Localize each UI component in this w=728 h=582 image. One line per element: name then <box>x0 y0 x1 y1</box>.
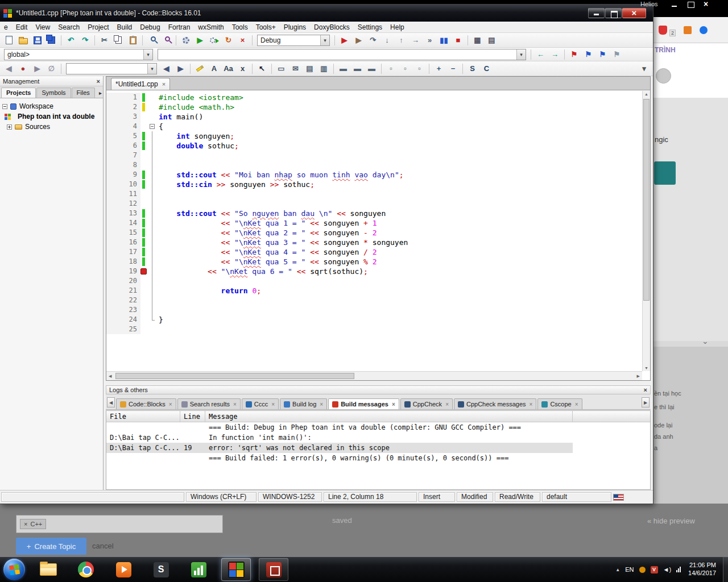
code-line[interactable]: 17 << "\nKet qua 4 = " << songuyen / 2 <box>106 247 642 257</box>
menu-item-fortran[interactable]: Fortran <box>164 22 195 32</box>
line-number[interactable]: 24 <box>106 315 140 325</box>
break-debugger-button[interactable]: ▮▮ <box>437 34 450 47</box>
close-tab-icon[interactable]: × <box>530 401 533 408</box>
thesaurus-button[interactable]: C <box>480 63 493 75</box>
fold-margin[interactable] <box>148 141 157 151</box>
fold-margin[interactable] <box>148 325 157 334</box>
frame-button[interactable]: ▭ <box>275 63 288 75</box>
fold-margin[interactable] <box>148 112 157 122</box>
prev-bookmark-button[interactable]: ⚑ <box>582 48 595 61</box>
log-row[interactable]: D:\Bai tap C-C...In function 'int main()… <box>106 433 650 443</box>
title-bar[interactable]: *Untitled1.cpp [Phep toan int va double]… <box>0 5 653 22</box>
code-text[interactable] <box>157 199 159 209</box>
code-line[interactable]: 10 std::cin >> songuyen >> sothuc; <box>106 180 642 189</box>
line-number[interactable]: 18 <box>106 257 140 267</box>
build-button[interactable] <box>179 34 192 47</box>
chevron-down-icon[interactable]: ▾ <box>516 49 526 60</box>
line-number[interactable]: 13 <box>106 209 140 218</box>
spell-check-button[interactable]: S <box>466 63 479 75</box>
line-number[interactable]: 12 <box>106 199 140 209</box>
fold-margin[interactable] <box>148 189 157 199</box>
logs-tab-cccc[interactable]: Cccc× <box>242 398 279 409</box>
grid-button[interactable]: ▤ <box>303 63 316 75</box>
marker-margin[interactable] <box>140 325 148 334</box>
redo-button[interactable]: ↷ <box>78 34 92 47</box>
goto-prev-button[interactable]: ◀ <box>160 63 173 75</box>
next-call-button[interactable]: ▶ <box>31 63 44 75</box>
debug-info-button[interactable]: ▤ <box>485 34 498 47</box>
code-line[interactable]: 19 << "\nKet qua 6 = " << sqrt(sothuc); <box>106 267 642 276</box>
chevron-down-icon[interactable]: ▾ <box>147 64 156 74</box>
paste-button[interactable] <box>126 34 139 47</box>
menu-item-e[interactable]: e <box>0 22 12 32</box>
code-line[interactable]: 22 <box>106 296 642 305</box>
logs-tab-cppcheck-messages[interactable]: CppCheck messages× <box>454 398 536 409</box>
start-button[interactable] <box>3 559 25 580</box>
toggle-bookmark-button[interactable]: ⚑ <box>568 48 581 61</box>
tree-item-project[interactable]: Phep toan int va double <box>0 111 103 122</box>
code-text[interactable]: #include <math.h> <box>157 102 234 112</box>
marker-margin[interactable] <box>140 131 148 141</box>
code-text[interactable] <box>157 305 159 315</box>
code-text[interactable] <box>157 276 159 286</box>
line-number[interactable]: 15 <box>106 228 140 238</box>
fold-margin[interactable] <box>148 296 157 305</box>
marker-margin[interactable] <box>140 180 148 189</box>
marker-margin[interactable] <box>140 102 148 112</box>
save-button[interactable] <box>31 34 44 47</box>
marker-margin[interactable] <box>140 151 148 160</box>
management-tab-files[interactable]: Files <box>72 88 95 98</box>
log-row[interactable]: === Build: Debug in Phep toan int va dou… <box>106 422 650 433</box>
minimize-button[interactable] <box>588 8 605 18</box>
code-text[interactable] <box>157 160 159 170</box>
run-button[interactable]: ▶ <box>193 34 206 47</box>
menu-item-tools[interactable]: Tools+ <box>252 22 280 32</box>
close-tab-icon[interactable]: × <box>169 401 172 408</box>
fold-margin[interactable] <box>148 267 157 276</box>
code-line[interactable]: 20 <box>106 276 642 286</box>
fold-margin[interactable] <box>148 305 157 315</box>
menu-item-doxyblocks[interactable]: DoxyBlocks <box>310 22 354 32</box>
line-number[interactable]: 17 <box>106 247 140 257</box>
marker-margin[interactable] <box>140 228 148 238</box>
marker-margin[interactable] <box>140 160 148 170</box>
line-number[interactable]: 16 <box>106 238 140 247</box>
show-desktop-button[interactable] <box>723 557 728 582</box>
tree-item-workspace[interactable]: Workspace <box>0 101 103 111</box>
line-number[interactable]: 5 <box>106 131 140 141</box>
close-tab-icon[interactable]: × <box>392 401 395 408</box>
code-line[interactable]: 13 std::cout << "So nguyen ban dau \n" <… <box>106 209 642 218</box>
log-row[interactable]: === Build failed: 1 error(s), 0 warning(… <box>106 453 650 463</box>
menu-item-project[interactable]: Project <box>84 22 113 32</box>
shield-extension-icon[interactable] <box>659 26 667 35</box>
code-line[interactable]: 25 <box>106 325 642 334</box>
logs-tab-cscope[interactable]: Cscope× <box>537 398 582 409</box>
menu-item-tools[interactable]: Tools <box>228 22 252 32</box>
taskbar-red-app[interactable] <box>259 558 288 581</box>
tab-untitled1[interactable]: *Untitled1.cpp × <box>111 78 170 90</box>
logs-tab-cppcheck[interactable]: CppCheck× <box>400 398 453 409</box>
logs-tab-code-blocks[interactable]: Code::Blocks× <box>116 398 176 409</box>
volume-icon[interactable] <box>663 566 672 573</box>
close-tab-icon[interactable]: × <box>575 401 578 408</box>
rect-2-button[interactable]: ▫ <box>399 63 412 75</box>
forward-button[interactable]: → <box>548 48 561 61</box>
code-line[interactable]: 9 std::cout << "Moi ban nhap so muon tin… <box>106 170 642 180</box>
tabs-overflow-icon[interactable]: ▸ <box>99 90 102 96</box>
column-header[interactable]: File <box>106 411 180 422</box>
font-x-button[interactable]: x <box>236 63 249 75</box>
code-line[interactable]: 8 <box>106 160 642 170</box>
taskbar-stats-app[interactable] <box>184 558 213 581</box>
next-line-button[interactable]: ↷ <box>366 34 379 47</box>
marker-margin[interactable] <box>140 257 148 267</box>
marker-margin[interactable] <box>140 122 148 131</box>
maximize-button[interactable] <box>605 8 622 18</box>
logs-tab-build-messages[interactable]: Build messages× <box>328 398 399 409</box>
step-into-instruction-button[interactable]: » <box>423 34 436 47</box>
close-button[interactable] <box>622 8 646 18</box>
code-text[interactable] <box>157 325 159 334</box>
line-number[interactable]: 25 <box>106 325 140 334</box>
chevron-down-icon[interactable]: ⌄ <box>702 336 709 346</box>
line-number[interactable]: 14 <box>106 218 140 228</box>
current-position-button[interactable]: ● <box>16 63 30 75</box>
